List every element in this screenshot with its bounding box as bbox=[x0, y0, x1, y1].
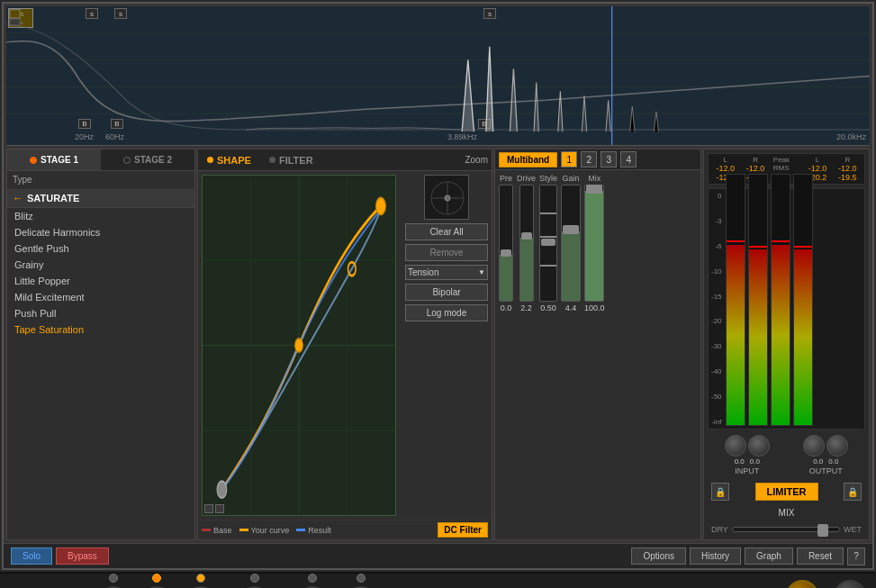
filter-tab[interactable]: FILTER bbox=[264, 153, 319, 167]
R-rms1: -12.0 bbox=[838, 164, 857, 173]
multiband-btn[interactable]: Multiband bbox=[499, 152, 557, 167]
history-btn[interactable]: History bbox=[690, 547, 741, 565]
bypass-btn[interactable]: Bypass bbox=[56, 547, 109, 565]
svg-point-17 bbox=[376, 198, 386, 215]
log-mode-btn[interactable]: Log mode bbox=[405, 304, 488, 321]
gain-value: 4.4 bbox=[565, 303, 577, 312]
style-marker-2 bbox=[540, 236, 556, 238]
filter2-power[interactable] bbox=[196, 574, 205, 583]
gain-fill bbox=[562, 231, 580, 301]
preset-little[interactable]: Little Popper bbox=[7, 273, 194, 289]
mix-fader-label: Mix bbox=[588, 174, 601, 183]
mix-fader-track[interactable] bbox=[584, 185, 604, 302]
scale-10: -10 bbox=[711, 267, 722, 276]
lock-right-btn[interactable]: 🔒 bbox=[844, 483, 862, 501]
tension-select[interactable]: Tension ▼ bbox=[405, 265, 488, 280]
output-knob-L[interactable] bbox=[803, 435, 825, 457]
pre-handle[interactable] bbox=[501, 249, 511, 257]
synth-controls: TRASH 2 FILTER 1 TRASH FILTER 2 CONVOLVE bbox=[0, 572, 876, 588]
preset-tape[interactable]: Tape Saturation bbox=[7, 321, 194, 338]
mix-slider[interactable] bbox=[732, 527, 840, 532]
R2-label: R bbox=[844, 156, 850, 164]
input-knob-L[interactable] bbox=[725, 435, 746, 457]
reset-btn[interactable]: Reset bbox=[797, 547, 844, 565]
bipolar-btn[interactable]: Bipolar bbox=[405, 284, 488, 301]
stage2-label: STAGE 2 bbox=[134, 155, 172, 165]
convolve-power[interactable] bbox=[250, 574, 259, 583]
preset-push[interactable]: Push Pull bbox=[7, 305, 194, 321]
drive-label: Drive bbox=[517, 174, 536, 183]
peak-label: Peak bbox=[773, 156, 790, 164]
preset-gentle[interactable]: Gentle Push bbox=[7, 240, 194, 257]
pre-fader-track[interactable] bbox=[499, 185, 513, 302]
input-val-R: 0.0 bbox=[750, 457, 760, 466]
options-btn[interactable]: Options bbox=[631, 547, 685, 565]
svg-point-22 bbox=[445, 195, 450, 201]
remove-btn[interactable]: Remove bbox=[405, 244, 488, 261]
stage-tabs: STAGE 1 STAGE 2 bbox=[7, 149, 194, 171]
L-val1: -12.0 bbox=[716, 164, 735, 173]
legend-result-label: Result bbox=[308, 526, 331, 535]
style-fader-track[interactable] bbox=[539, 185, 557, 302]
style-marker-1 bbox=[540, 265, 556, 267]
preset-delicate[interactable]: Delicate Harmonics bbox=[7, 224, 194, 240]
stage1-tab[interactable]: STAGE 1 bbox=[7, 149, 101, 170]
dynamics-power[interactable] bbox=[308, 574, 317, 583]
meter-L-in-peak bbox=[727, 240, 745, 242]
shape-graph[interactable] bbox=[203, 176, 395, 515]
trash-power[interactable] bbox=[152, 574, 161, 583]
output-knob-R[interactable] bbox=[826, 435, 848, 457]
limiter-btn[interactable]: LIMITER bbox=[755, 483, 818, 501]
mix-handle[interactable] bbox=[586, 185, 602, 194]
meter-L-out-peak bbox=[772, 240, 790, 242]
graph-btn[interactable]: Graph bbox=[745, 547, 793, 565]
shape-tab[interactable]: SHAPE bbox=[202, 153, 257, 167]
dc-filter-btn[interactable]: DC Filter bbox=[438, 522, 488, 538]
band-2-btn[interactable]: 2 bbox=[581, 151, 597, 167]
help-btn[interactable]: ? bbox=[847, 547, 865, 565]
wet-label: WET bbox=[844, 525, 862, 534]
shape-filter-tabs: SHAPE FILTER Zoom bbox=[198, 149, 492, 171]
graph-btn-1[interactable] bbox=[204, 504, 213, 513]
lock-left-btn[interactable]: 🔒 bbox=[711, 483, 729, 501]
mix-slider-row: DRY WET bbox=[708, 523, 865, 536]
delay-power[interactable] bbox=[357, 574, 366, 583]
mix-slider-handle[interactable] bbox=[817, 524, 828, 537]
drive-handle[interactable] bbox=[521, 232, 532, 240]
fader-style: Style 0.50 bbox=[539, 174, 557, 312]
drive-value: 2.2 bbox=[520, 303, 532, 312]
stage2-power bbox=[123, 157, 131, 164]
preset-blitz[interactable]: Blitz bbox=[7, 208, 194, 224]
input-group: 0.0 0.0 INPUT bbox=[725, 435, 770, 475]
drive-fader-track[interactable] bbox=[519, 185, 534, 302]
preset-selected[interactable]: ← SATURATE bbox=[7, 189, 194, 208]
band-1-btn[interactable]: 1 bbox=[561, 151, 577, 167]
clear-all-btn[interactable]: Clear All bbox=[405, 223, 488, 240]
meter-R2-col: R -12.0 -19.5 bbox=[834, 156, 862, 182]
band-3-btn[interactable]: 3 bbox=[601, 151, 617, 167]
gain-handle[interactable] bbox=[563, 225, 579, 234]
stage2-tab[interactable]: STAGE 2 bbox=[101, 149, 194, 170]
drive-fill bbox=[520, 238, 533, 301]
presets-knob[interactable] bbox=[786, 580, 818, 588]
bypass-knob[interactable] bbox=[834, 580, 866, 588]
band-4-btn[interactable]: 4 bbox=[620, 151, 637, 167]
output-val-L: 0.0 bbox=[813, 457, 823, 466]
meter-R-in-fill bbox=[749, 249, 767, 425]
output-values: 0.0 0.0 bbox=[813, 457, 838, 466]
gain-fader-track[interactable] bbox=[561, 185, 581, 302]
freq-label-mid: 3.89kHz bbox=[447, 132, 477, 141]
meter-R-in bbox=[748, 174, 768, 426]
style-handle[interactable] bbox=[541, 239, 555, 246]
legend-curve-label: Your curve bbox=[251, 526, 290, 535]
filter1-power[interactable] bbox=[109, 574, 118, 583]
input-knob-R[interactable] bbox=[748, 435, 770, 457]
multiband-header: Multiband 1 2 3 4 bbox=[495, 149, 700, 170]
io-knobs: 0.0 0.0 INPUT 0.0 0.0 bbox=[708, 433, 865, 477]
preset-grainy[interactable]: Grainy bbox=[7, 257, 194, 273]
preset-mild[interactable]: Mild Excitement bbox=[7, 289, 194, 305]
graph-btn-2[interactable] bbox=[215, 504, 224, 513]
solo-btn[interactable]: Solo bbox=[11, 547, 52, 565]
tension-arrow-icon: ▼ bbox=[478, 268, 485, 276]
fader-section: Pre 0.0 Drive 2.2 bbox=[495, 170, 700, 539]
